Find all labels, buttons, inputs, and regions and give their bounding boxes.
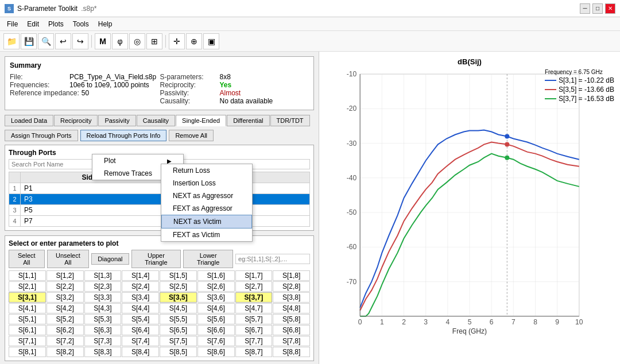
sparam-cell-2-3[interactable]: S[2,3] <box>84 281 122 292</box>
sparam-cell-4-7[interactable]: S[4,7] <box>235 303 273 313</box>
phase-button[interactable]: φ <box>112 33 128 49</box>
sparam-cell-6-5[interactable]: S[6,5] <box>160 325 197 335</box>
upper-triangle-button[interactable]: Upper Triangle <box>131 250 181 268</box>
lower-triangle-button[interactable]: Lower Triangle <box>183 250 233 268</box>
sparam-cell-7-6[interactable]: S[7,6] <box>197 336 235 346</box>
table-row-selected[interactable]: 2 P3 <box>9 194 310 205</box>
menu-file[interactable]: File <box>2 19 22 29</box>
ctx-next-victim[interactable]: NEXT as Victim <box>161 215 252 229</box>
sparam-cell-8-3[interactable]: S[8,3] <box>84 347 122 357</box>
open-button[interactable]: 📁 <box>3 33 20 49</box>
zoom-button[interactable]: ⊕ <box>186 33 202 49</box>
sparam-cell-8-1[interactable]: S[8,1] <box>9 347 46 357</box>
sparam-cell-7-2[interactable]: S[7,2] <box>46 336 84 346</box>
save-button[interactable]: 💾 <box>21 33 37 49</box>
sparam-cell-2-5[interactable]: S[2,5] <box>160 281 197 292</box>
ctx-return-loss[interactable]: Return Loss <box>161 164 252 177</box>
sparam-cell-1-4[interactable]: S[1,4] <box>122 270 159 281</box>
sparam-cell-6-3[interactable]: S[6,3] <box>84 325 122 335</box>
tab-reciprocity[interactable]: Reciprocity <box>54 115 98 126</box>
sparam-cell-7-4[interactable]: S[7,4] <box>122 336 159 346</box>
search-button[interactable]: 🔍 <box>38 33 54 49</box>
select-all-button[interactable]: Select All <box>9 250 45 268</box>
minimize-button[interactable]: ─ <box>580 3 590 14</box>
sparam-cell-8-5[interactable]: S[8,5] <box>160 347 197 357</box>
sparam-cell-8-8[interactable]: S[8,8] <box>273 347 310 357</box>
menu-help[interactable]: Help <box>94 19 117 29</box>
sparam-cell-5-6[interactable]: S[5,6] <box>197 314 235 324</box>
sparam-cell-1-2[interactable]: S[1,2] <box>46 270 84 281</box>
tab-differential[interactable]: Differential <box>227 115 269 126</box>
sparam-cell-4-4[interactable]: S[4,4] <box>122 303 159 313</box>
sparam-cell-6-6[interactable]: S[6,6] <box>197 325 235 335</box>
sparam-cell-4-2[interactable]: S[4,2] <box>46 303 84 313</box>
ctx-fext-aggressor[interactable]: FEXT as Aggressor <box>161 202 252 215</box>
sparam-cell-5-5[interactable]: S[5,5] <box>160 314 197 324</box>
menu-plots[interactable]: Plots <box>44 19 68 29</box>
custom-param-input[interactable] <box>235 254 310 264</box>
sparam-cell-2-1[interactable]: S[2,1] <box>9 281 46 292</box>
sparam-cell-5-3[interactable]: S[5,3] <box>84 314 122 324</box>
sparam-cell-1-6[interactable]: S[1,6] <box>197 270 235 281</box>
tab-passivity[interactable]: Passivity <box>98 115 135 126</box>
sparam-cell-2-7[interactable]: S[2,7] <box>235 281 273 292</box>
sparam-cell-5-2[interactable]: S[5,2] <box>46 314 84 324</box>
redo-button[interactable]: ↪ <box>72 33 88 49</box>
sparam-cell-2-2[interactable]: S[2,2] <box>46 281 84 292</box>
menu-tools[interactable]: Tools <box>68 19 94 29</box>
crosshair-button[interactable]: ✛ <box>169 33 185 49</box>
sparam-cell-8-4[interactable]: S[8,4] <box>122 347 159 357</box>
sparam-cell-5-8[interactable]: S[5,8] <box>273 314 310 324</box>
tab-loaded-data[interactable]: Loaded Data <box>5 115 53 126</box>
sparam-cell-6-7[interactable]: S[6,7] <box>235 325 273 335</box>
sparam-cell-4-5[interactable]: S[4,5] <box>160 303 197 313</box>
ctx-next-aggressor[interactable]: NEXT as Aggressor <box>161 189 252 202</box>
circle-button[interactable]: ◎ <box>129 33 145 49</box>
sparam-cell-5-4[interactable]: S[5,4] <box>122 314 159 324</box>
sparam-cell-7-3[interactable]: S[7,3] <box>84 336 122 346</box>
ctx-fext-victim[interactable]: FEXT as Victim <box>161 229 252 241</box>
menu-edit[interactable]: Edit <box>22 19 44 29</box>
sparam-cell-4-8[interactable]: S[4,8] <box>273 303 310 313</box>
sparam-cell-8-6[interactable]: S[8,6] <box>197 347 235 357</box>
sparam-cell-7-7[interactable]: S[7,7] <box>235 336 273 346</box>
sparam-cell-3-5[interactable]: S[3,5] <box>160 292 197 303</box>
sparam-cell-2-8[interactable]: S[2,8] <box>273 281 310 292</box>
remove-all-button[interactable]: Remove All <box>169 130 214 141</box>
sparam-cell-3-2[interactable]: S[3,2] <box>46 292 84 303</box>
sparam-cell-3-4[interactable]: S[3,4] <box>122 292 159 303</box>
sparam-cell-8-7[interactable]: S[8,7] <box>235 347 273 357</box>
image-button[interactable]: ▣ <box>203 33 219 49</box>
sparam-cell-2-4[interactable]: S[2,4] <box>122 281 159 292</box>
sparam-cell-1-5[interactable]: S[1,5] <box>160 270 197 281</box>
sparam-cell-7-1[interactable]: S[7,1] <box>9 336 46 346</box>
sparam-cell-1-1[interactable]: S[1,1] <box>9 270 46 281</box>
sparam-cell-6-2[interactable]: S[6,2] <box>46 325 84 335</box>
tab-single-ended[interactable]: Single-Ended <box>176 115 226 126</box>
sparam-cell-1-3[interactable]: S[1,3] <box>84 270 122 281</box>
sparam-cell-5-7[interactable]: S[5,7] <box>235 314 273 324</box>
close-button[interactable]: ✕ <box>605 3 615 14</box>
grid-button[interactable]: ⊞ <box>146 33 162 49</box>
unselect-all-button[interactable]: Unselect All <box>47 250 90 268</box>
sparam-cell-1-7[interactable]: S[1,7] <box>235 270 273 281</box>
ctx-insertion-loss[interactable]: Insertion Loss <box>161 177 252 189</box>
sparam-cell-6-8[interactable]: S[6,8] <box>273 325 310 335</box>
diagonal-button[interactable]: Diagonal <box>91 253 129 265</box>
sparam-cell-3-7[interactable]: S[3,7] <box>235 292 273 303</box>
tab-causality[interactable]: Causality <box>137 115 175 126</box>
window-controls[interactable]: ─ □ ✕ <box>580 3 615 14</box>
sparam-cell-7-8[interactable]: S[7,8] <box>273 336 310 346</box>
sparam-cell-2-6[interactable]: S[2,6] <box>197 281 235 292</box>
tab-tdr-tdt[interactable]: TDR/TDT <box>270 115 310 126</box>
sparam-cell-3-1[interactable]: S[3,1] <box>9 292 46 303</box>
sparam-cell-6-4[interactable]: S[6,4] <box>122 325 159 335</box>
table-row[interactable]: 1 P1 P2 <box>9 183 310 194</box>
table-row[interactable]: 4 P7 P8 <box>9 216 310 227</box>
maximize-button[interactable]: □ <box>592 3 603 14</box>
table-row[interactable]: 3 P5 <box>9 205 310 216</box>
sparam-cell-6-1[interactable]: S[6,1] <box>9 325 46 335</box>
undo-button[interactable]: ↩ <box>55 33 71 49</box>
sparam-cell-3-8[interactable]: S[3,8] <box>273 292 310 303</box>
sparam-cell-5-1[interactable]: S[5,1] <box>9 314 46 324</box>
